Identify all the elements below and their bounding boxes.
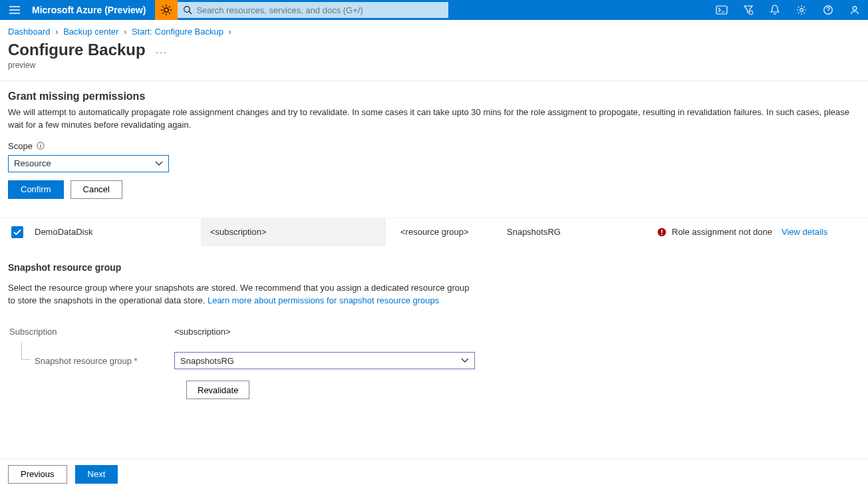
cell-status: Role assignment not done View details [654, 227, 868, 237]
status-text: Role assignment not done [672, 227, 772, 237]
notifications-button[interactable] [762, 0, 788, 20]
tree-line-icon [21, 343, 31, 360]
snapshot-title: Snapshot resource group [8, 262, 860, 273]
scope-label: Scope [8, 141, 33, 151]
filter-icon [743, 5, 754, 15]
brand-label: Microsoft Azure (Preview) [29, 5, 155, 15]
page-header: Configure Backup ··· preview [0, 37, 868, 73]
cell-gap [366, 218, 386, 246]
scope-value: Resource [14, 158, 51, 168]
chevron-down-icon [461, 358, 469, 363]
breadcrumb-dashboard[interactable]: Dashboard [8, 27, 51, 37]
chevron-right-icon: › [55, 27, 58, 37]
preview-badge[interactable] [155, 0, 178, 20]
snapshot-section: Snapshot resource group Select the resou… [0, 246, 868, 401]
chevron-right-icon: › [229, 27, 231, 37]
page-title: Configure Backup [8, 41, 146, 59]
grant-description: We will attempt to automatically propaga… [8, 106, 860, 132]
topbar-actions [708, 0, 868, 20]
cancel-button[interactable]: Cancel [71, 180, 122, 199]
directories-button[interactable] [735, 0, 762, 20]
snapshot-rg-label: Snapshot resource group * [35, 356, 138, 366]
snapshot-rg-value: SnapshotsRG [180, 356, 234, 366]
cell-snapshot-rg: SnapshotsRG [498, 227, 654, 237]
cell-resource-group: <resource group> [391, 227, 498, 237]
svg-rect-10 [661, 234, 662, 235]
breadcrumb: Dashboard › Backup center › Start: Confi… [0, 20, 868, 37]
svg-rect-9 [661, 230, 662, 233]
chevron-right-icon: › [124, 27, 126, 37]
info-icon[interactable] [37, 142, 45, 150]
breadcrumb-backup-center[interactable]: Backup center [63, 27, 118, 37]
confirm-button[interactable]: Confirm [8, 180, 64, 199]
snapshot-rg-select[interactable]: SnapshotsRG [174, 352, 475, 369]
table-row: DemoDataDisk <subscription> <resource gr… [0, 218, 868, 246]
cloud-shell-icon [716, 5, 728, 15]
subscription-value: <subscription> [174, 327, 231, 337]
settings-button[interactable] [788, 0, 815, 20]
checkmark-icon [13, 229, 21, 236]
resources-grid: DemoDataDisk <subscription> <resource gr… [8, 208, 860, 246]
svg-point-4 [800, 9, 803, 12]
hamburger-menu[interactable] [0, 0, 29, 20]
chevron-down-icon [155, 161, 163, 166]
grant-title: Grant missing permissions [8, 90, 860, 102]
search-icon [183, 5, 192, 15]
page-subtitle: preview [8, 61, 860, 70]
global-search[interactable] [178, 2, 448, 18]
grid-header-clipped [0, 209, 868, 218]
svg-rect-2 [716, 6, 727, 14]
wizard-footer: Previous Next [0, 458, 868, 489]
cell-resource-name: DemoDataDisk [35, 227, 201, 237]
svg-point-6 [853, 7, 857, 11]
global-search-input[interactable] [196, 5, 443, 15]
cell-subscription: <subscription> [201, 218, 366, 246]
feedback-button[interactable] [841, 0, 868, 20]
help-button[interactable] [815, 0, 841, 20]
preview-sun-icon [160, 4, 172, 16]
scope-select[interactable]: Resource [8, 155, 169, 172]
view-details-link[interactable]: View details [782, 227, 827, 237]
svg-point-0 [164, 8, 168, 12]
snapshot-learn-more-link[interactable]: Learn more about permissions for snapsho… [208, 295, 439, 305]
top-bar: Microsoft Azure (Preview) [0, 0, 868, 20]
breadcrumb-configure-backup[interactable]: Start: Configure Backup [132, 27, 223, 37]
cloud-shell-button[interactable] [708, 0, 735, 20]
error-icon [657, 228, 666, 237]
grant-section: Grant missing permissions We will attemp… [0, 81, 868, 246]
more-actions[interactable]: ··· [156, 47, 168, 57]
previous-button[interactable]: Previous [8, 465, 67, 484]
subscription-label: Subscription [8, 327, 174, 337]
svg-point-1 [184, 7, 190, 13]
revalidate-button[interactable]: Revalidate [186, 381, 249, 399]
help-icon [823, 5, 833, 15]
gear-icon [796, 5, 807, 15]
menu-icon [9, 6, 20, 14]
bell-icon [770, 5, 780, 15]
person-icon [849, 5, 860, 15]
row-checkbox[interactable] [11, 226, 23, 238]
next-button[interactable]: Next [75, 465, 118, 484]
